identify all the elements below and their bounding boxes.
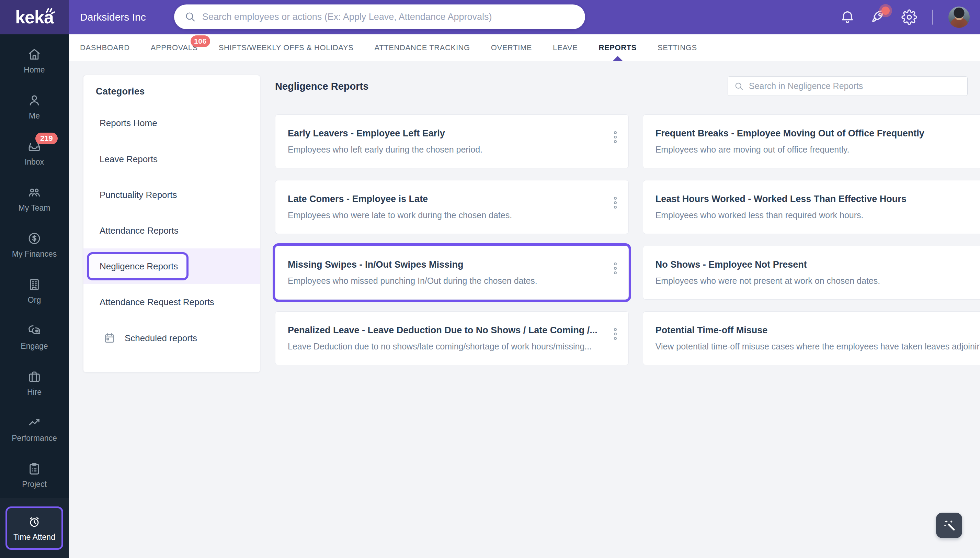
user-avatar[interactable] (949, 7, 970, 28)
settings-gear-icon[interactable] (901, 9, 917, 25)
report-card-no-shows[interactable]: No Shows - Employee Not Present Employee… (643, 246, 980, 300)
tab-dashboard[interactable]: DASHBOARD (80, 34, 130, 61)
alarm-clock-icon (27, 515, 41, 529)
sidebar-item-me[interactable]: Me (0, 84, 69, 130)
clipboard-icon (27, 461, 41, 476)
global-search[interactable] (174, 5, 585, 29)
calendar-icon (103, 332, 116, 344)
reports-categories-panel: Categories Reports Home Leave Reports Pu… (83, 75, 260, 373)
time-attend-active-highlight: Time Attend (5, 507, 63, 550)
trend-up-icon (27, 415, 41, 430)
category-item-punctuality-reports[interactable]: Punctuality Reports (83, 177, 260, 213)
logo-spark-icon (43, 4, 57, 18)
tab-attendance-tracking[interactable]: ATTENDANCE TRACKING (375, 34, 470, 61)
tab-settings[interactable]: SETTINGS (658, 34, 697, 61)
report-card-missing-swipes[interactable]: Missing Swipes - In/Out Swipes Missing E… (275, 246, 629, 300)
briefcase-icon (27, 369, 41, 384)
category-item-leave-reports[interactable]: Leave Reports (83, 141, 260, 177)
sidebar-item-org[interactable]: Org (0, 268, 69, 314)
report-card-early-leavers[interactable]: Early Leavers - Employee Left Early Empl… (275, 115, 629, 168)
category-item-attendance-reports[interactable]: Attendance Reports (83, 213, 260, 248)
search-icon (184, 11, 196, 23)
global-search-input[interactable] (202, 11, 580, 22)
magic-wand-icon (942, 518, 956, 533)
sidebar-item-inbox[interactable]: Inbox 219 (0, 130, 69, 176)
card-menu-button[interactable] (612, 129, 619, 145)
reports-search-input[interactable] (749, 81, 961, 91)
company-name: Darksiders Inc (80, 0, 146, 34)
category-item-reports-home[interactable]: Reports Home (83, 105, 260, 141)
search-icon (734, 81, 744, 91)
sidebar-item-engage[interactable]: Engage (0, 314, 69, 360)
module-tab-bar: DASHBOARD APPROVALS 106 SHIFTS/WEEKLY OF… (69, 34, 980, 61)
report-cards-grid: Early Leavers - Employee Left Early Empl… (275, 115, 967, 365)
sidebar-item-home[interactable]: Home (0, 38, 69, 84)
header-divider (932, 10, 933, 25)
card-menu-button[interactable] (612, 326, 619, 342)
notifications-bell-icon[interactable] (839, 9, 856, 25)
keka-logo[interactable]: keka (0, 0, 69, 34)
reports-search[interactable] (728, 76, 968, 96)
tab-reports[interactable]: REPORTS (599, 34, 636, 61)
tab-leave[interactable]: LEAVE (553, 34, 578, 61)
sidebar-item-my-team[interactable]: My Team (0, 176, 69, 222)
engage-chat-icon (27, 323, 41, 338)
report-card-frequent-breaks[interactable]: Frequent Breaks - Employee Moving Out of… (643, 115, 980, 168)
card-menu-button[interactable] (612, 195, 619, 211)
sidebar-item-hire[interactable]: Hire (0, 360, 69, 406)
sidebar-item-time-attend[interactable]: Time Attend (0, 498, 69, 558)
person-icon (27, 93, 41, 108)
card-menu-button[interactable] (612, 261, 619, 276)
report-card-potential-time-off-misuse[interactable]: Potential Time-off Misuse View potential… (643, 311, 980, 365)
report-card-penalized-leave[interactable]: Penalized Leave - Leave Deduction Due to… (275, 311, 629, 365)
categories-title: Categories (96, 86, 260, 97)
category-item-attendance-request-reports[interactable]: Attendance Request Reports (83, 284, 260, 320)
main-sidebar: Home Me Inbox 219 My Team My Finances (0, 34, 69, 558)
category-item-negligence-reports[interactable]: Negligence Reports (83, 248, 260, 284)
top-header: keka Darksiders Inc (0, 0, 980, 34)
tab-overtime[interactable]: OVERTIME (491, 34, 532, 61)
org-building-icon (27, 277, 41, 292)
inbox-count-badge: 219 (35, 133, 58, 144)
magic-wand-assistant-button[interactable] (936, 513, 962, 538)
sidebar-item-my-finances[interactable]: My Finances (0, 222, 69, 268)
dollar-circle-icon (27, 231, 41, 246)
tab-shifts-weekly-offs-holidays[interactable]: SHIFTS/WEEKLY OFFS & HOLIDAYS (219, 34, 354, 61)
rocket-notification-dot (882, 7, 890, 15)
approvals-count-badge: 106 (191, 35, 210, 47)
scheduled-reports-link[interactable]: Scheduled reports (83, 320, 260, 356)
home-icon (27, 47, 41, 61)
sidebar-item-performance[interactable]: Performance (0, 406, 69, 452)
page-title: Negligence Reports (275, 81, 368, 92)
sidebar-item-project[interactable]: Project (0, 452, 69, 498)
tab-approvals[interactable]: APPROVALS 106 (151, 34, 198, 61)
report-card-least-hours-worked[interactable]: Least Hours Worked - Worked Less Than Ef… (643, 180, 980, 234)
whats-new-rocket-icon[interactable] (870, 9, 886, 25)
team-icon (27, 185, 41, 200)
report-card-late-comers[interactable]: Late Comers - Employee is Late Employees… (275, 180, 629, 234)
